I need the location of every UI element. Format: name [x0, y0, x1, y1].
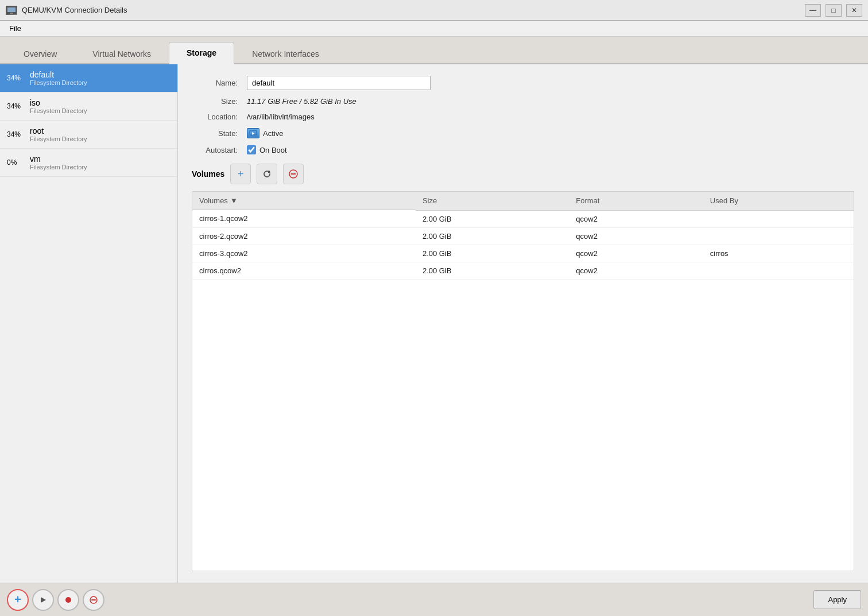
state-indicator: Active [247, 128, 283, 138]
storage-pool-list: 34% default Filesystem Directory 34% iso… [0, 64, 178, 583]
volumes-header: Volumes + [192, 164, 854, 184]
record-button[interactable] [57, 589, 79, 611]
pool-info: root Filesystem Directory [30, 126, 87, 142]
window-controls: — □ ✕ [805, 4, 862, 17]
play-button[interactable] [32, 589, 54, 611]
apply-button[interactable]: Apply [813, 590, 861, 609]
pool-percent: 34% [7, 102, 24, 110]
svg-point-8 [65, 597, 71, 603]
vol-size: 2.00 GiB [416, 245, 569, 262]
vol-format: qcow2 [569, 227, 703, 245]
vol-format: qcow2 [569, 262, 703, 279]
autostart-checkbox-group: On Boot [247, 145, 287, 154]
menu-file[interactable]: File [5, 22, 26, 34]
delete-volume-button[interactable] [283, 164, 304, 184]
table-row[interactable]: cirros-3.qcow2 2.00 GiB qcow2 cirros [192, 245, 854, 262]
vol-format: qcow2 [569, 245, 703, 262]
autostart-value: On Boot [259, 146, 287, 154]
state-active-icon [247, 128, 259, 138]
pool-info: default Filesystem Directory [30, 70, 87, 86]
add-volume-button[interactable]: + [230, 164, 251, 184]
state-value: Active [263, 129, 283, 138]
col-size[interactable]: Size [416, 192, 569, 210]
tabs-bar: Overview Virtual Networks Storage Networ… [0, 37, 868, 64]
vol-size: 2.00 GiB [416, 262, 569, 279]
volumes-table-container: Volumes ▼ Size Format Used By cirros-1.q… [192, 191, 854, 571]
main-content: 34% default Filesystem Directory 34% iso… [0, 64, 868, 583]
col-volumes[interactable]: Volumes ▼ [192, 192, 416, 210]
pool-item-iso[interactable]: 34% iso Filesystem Directory [0, 92, 177, 121]
pool-name: default [30, 70, 87, 79]
state-label: State: [192, 129, 238, 138]
volumes-table: Volumes ▼ Size Format Used By cirros-1.q… [192, 192, 854, 280]
pool-type: Filesystem Directory [30, 79, 87, 86]
pool-percent: 34% [7, 130, 24, 138]
tab-network-interfaces[interactable]: Network Interfaces [234, 43, 337, 64]
menubar: File [0, 21, 868, 37]
vol-size: 2.00 GiB [416, 210, 569, 227]
close-button[interactable]: ✕ [846, 4, 862, 17]
table-row[interactable]: cirros-1.qcow2 2.00 GiB qcow2 [192, 210, 854, 227]
col-used-by[interactable]: Used By [703, 192, 854, 210]
table-row[interactable]: cirros-2.qcow2 2.00 GiB qcow2 [192, 227, 854, 245]
pool-type: Filesystem Directory [30, 135, 87, 142]
pool-name: iso [30, 98, 87, 107]
size-row: Size: 11.17 GiB Free / 5.82 GiB In Use [192, 97, 854, 106]
pool-item-default[interactable]: 34% default Filesystem Directory [0, 64, 177, 92]
vol-used-by: cirros [703, 245, 854, 262]
vol-format: qcow2 [569, 210, 703, 227]
svg-rect-2 [10, 13, 13, 14]
maximize-button[interactable]: □ [826, 4, 842, 17]
storage-detail-panel: Name: Size: 11.17 GiB Free / 5.82 GiB In… [178, 64, 868, 583]
svg-rect-3 [250, 130, 257, 135]
pool-percent: 34% [7, 74, 24, 82]
pool-percent: 0% [7, 158, 24, 166]
bottom-bar: + Apply [0, 583, 868, 616]
pool-info: vm Filesystem Directory [30, 154, 87, 171]
tab-virtual-networks[interactable]: Virtual Networks [75, 43, 169, 64]
pool-name: root [30, 126, 87, 135]
state-row: State: Active [192, 128, 854, 138]
tab-overview[interactable]: Overview [6, 43, 75, 64]
stop-button[interactable] [83, 589, 104, 611]
pool-item-vm[interactable]: 0% vm Filesystem Directory [0, 149, 177, 177]
pool-name: vm [30, 154, 87, 164]
app-icon [6, 6, 17, 15]
name-label: Name: [192, 79, 238, 87]
autostart-checkbox[interactable] [247, 145, 256, 154]
size-label: Size: [192, 97, 238, 106]
svg-marker-7 [41, 597, 46, 603]
window-title: QEMU/KVM Connection Details [22, 6, 127, 14]
vol-name: cirros-3.qcow2 [192, 245, 416, 262]
refresh-volumes-button[interactable] [257, 164, 277, 184]
pool-item-root[interactable]: 34% root Filesystem Directory [0, 121, 177, 149]
svg-rect-1 [7, 7, 16, 12]
vol-name: cirros.qcow2 [192, 262, 416, 279]
vol-used-by [703, 210, 854, 227]
location-value: /var/lib/libvirt/images [247, 113, 315, 121]
minimize-button[interactable]: — [805, 4, 821, 17]
vol-used-by [703, 262, 854, 279]
autostart-label: Autostart: [192, 146, 238, 154]
pool-type: Filesystem Directory [30, 107, 87, 114]
vol-used-by [703, 227, 854, 245]
bottom-controls: + [7, 589, 104, 611]
pool-info: iso Filesystem Directory [30, 98, 87, 114]
col-format[interactable]: Format [569, 192, 703, 210]
size-value: 11.17 GiB Free / 5.82 GiB In Use [247, 97, 356, 106]
name-input[interactable] [247, 76, 431, 90]
volumes-label: Volumes [192, 169, 224, 179]
vol-name: cirros-2.qcow2 [192, 227, 416, 245]
location-label: Location: [192, 113, 238, 121]
vol-name: cirros-1.qcow2 [192, 210, 416, 227]
pool-type: Filesystem Directory [30, 164, 87, 171]
add-pool-button[interactable]: + [7, 589, 29, 611]
autostart-row: Autostart: On Boot [192, 145, 854, 154]
name-row: Name: [192, 76, 854, 90]
vol-size: 2.00 GiB [416, 227, 569, 245]
titlebar-left: QEMU/KVM Connection Details [6, 6, 127, 15]
titlebar: QEMU/KVM Connection Details — □ ✕ [0, 0, 868, 21]
tab-storage[interactable]: Storage [169, 42, 234, 64]
table-row[interactable]: cirros.qcow2 2.00 GiB qcow2 [192, 262, 854, 279]
location-row: Location: /var/lib/libvirt/images [192, 113, 854, 121]
